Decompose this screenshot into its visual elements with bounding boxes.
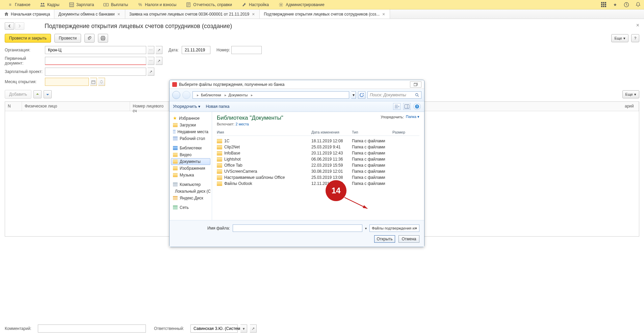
search-input[interactable]: Поиск: Документы <box>367 91 421 99</box>
nav-taxes[interactable]: % Налоги и взносы <box>133 0 181 9</box>
filename-dropdown[interactable]: ▾ <box>365 226 367 230</box>
col-type[interactable]: Тип <box>352 130 392 134</box>
proj-input[interactable] <box>47 68 144 75</box>
more-button[interactable]: Еще▾ <box>611 34 628 42</box>
history-icon[interactable] <box>623 1 630 8</box>
close-icon[interactable]: × <box>382 11 386 17</box>
comment-input[interactable] <box>40 325 144 332</box>
col-size[interactable]: Размер <box>392 130 419 134</box>
side-documents[interactable]: Документы <box>171 158 210 165</box>
col-person[interactable]: Физическое лицо <box>22 102 130 111</box>
side-libraries[interactable]: Библиотеки <box>171 145 210 151</box>
sort-mode-link[interactable]: Папка ▾ <box>406 115 419 119</box>
col-acct[interactable]: Номер лицевого сч <box>130 102 169 111</box>
close-icon[interactable]: × <box>251 11 255 17</box>
crumb[interactable]: Библиотеки <box>201 93 223 97</box>
open-button[interactable]: Открыть <box>374 235 395 243</box>
process-button[interactable]: Провести <box>54 34 81 43</box>
side-desktop[interactable]: Рабочий стол <box>171 135 210 142</box>
side-yandexdisk[interactable]: Яндекс.Диск <box>171 195 210 201</box>
doc-open-button[interactable]: ↗ <box>156 57 162 65</box>
file-row[interactable]: Настраиваемые шаблоны Office25.03.2019 1… <box>217 174 419 181</box>
nav-settings[interactable]: Настройка <box>237 0 274 9</box>
file-row[interactable]: 1C18.11.2019 12:08Папка с файлами <box>217 138 419 144</box>
crumb[interactable]: Документы <box>229 93 249 97</box>
num-input[interactable] <box>234 46 286 54</box>
side-recent[interactable]: Недавние места <box>171 128 210 135</box>
dlg-help-button[interactable]: ? <box>413 103 421 110</box>
apps-icon[interactable] <box>600 1 607 8</box>
org-input[interactable] <box>47 46 144 54</box>
num-field[interactable] <box>231 46 262 54</box>
dlg-back-button[interactable] <box>172 91 180 99</box>
view-mode-button[interactable] <box>393 103 401 110</box>
print-button[interactable] <box>98 34 108 43</box>
side-pictures[interactable]: Изображения <box>171 165 210 172</box>
side-music[interactable]: Музыка <box>171 172 210 178</box>
close-page-icon[interactable]: × <box>636 22 639 28</box>
process-close-button[interactable]: Провести и закрыть <box>5 34 51 43</box>
tab-home[interactable]: Начальная страница <box>0 9 54 19</box>
primary-doc-field[interactable] <box>45 57 146 65</box>
preview-pane-button[interactable] <box>403 103 411 110</box>
star-icon[interactable]: ★ <box>612 1 618 8</box>
help-button[interactable]: ? <box>631 34 639 42</box>
nav-admin[interactable]: Администрирование <box>274 0 329 9</box>
nav-reports[interactable]: Отчетность, справки <box>181 0 237 9</box>
file-row[interactable]: Файлы Outlook12.11.2019 14:38Папка с фай… <box>217 181 419 187</box>
org-open-button[interactable]: ↗ <box>156 46 162 54</box>
file-row[interactable]: Office Tab22.03.2019 15:59Папка с файлам… <box>217 162 419 168</box>
file-row[interactable]: Lightshot06.06.2019 11:36Папка с файлами <box>217 156 419 162</box>
side-localdisk[interactable]: Локальный диск (C <box>171 188 210 195</box>
move-down-button[interactable] <box>44 90 52 98</box>
proj-field[interactable] <box>45 68 146 76</box>
cancel-button[interactable]: Отмена <box>398 235 419 243</box>
close-icon[interactable]: × <box>117 11 121 17</box>
side-network[interactable]: Сеть <box>171 204 210 211</box>
col-date[interactable]: Дата изменения <box>311 130 352 134</box>
responsible-field[interactable] <box>190 325 238 333</box>
file-row[interactable]: InfoBase20.11.2019 12:43Папка с файлами <box>217 150 419 156</box>
filename-input[interactable] <box>233 224 362 232</box>
address-dropdown[interactable]: ▾ <box>351 91 356 99</box>
main-menu-toggle[interactable]: ≡ Главное <box>3 0 35 9</box>
forward-button[interactable] <box>15 22 24 30</box>
nav-salary[interactable]: Зарплата <box>64 0 99 9</box>
month-field[interactable] <box>45 78 89 86</box>
places-link[interactable]: 2 места <box>235 122 249 126</box>
grid-more-button[interactable]: Еще▾ <box>622 90 639 98</box>
col-name[interactable]: Имя <box>217 130 311 134</box>
resp-open-button[interactable]: ↗ <box>250 325 257 333</box>
file-row[interactable]: UVScreenCamera30.08.2019 12:01Папка с фа… <box>217 168 419 174</box>
tab-current[interactable]: Подтверждение открытия лицевых счетов со… <box>260 9 390 19</box>
address-bar[interactable]: ▸ Библиотеки ▸ Документы ▸ <box>192 91 349 99</box>
side-computer[interactable]: Компьютер <box>171 181 210 188</box>
org-dots-button[interactable]: ⋯ <box>148 46 154 54</box>
add-button[interactable]: Добавить <box>5 90 31 99</box>
dlg-forward-button[interactable] <box>182 91 190 99</box>
side-video[interactable]: Видео <box>171 151 210 158</box>
comment-field[interactable] <box>38 325 146 333</box>
primary-doc-input[interactable] <box>47 57 144 65</box>
organize-menu[interactable]: Упорядочить ▾ <box>173 104 200 109</box>
nav-hr[interactable]: Кадры <box>35 0 64 9</box>
side-favorites[interactable]: ★Избранное <box>171 115 210 122</box>
move-up-button[interactable] <box>33 90 42 98</box>
responsible-input[interactable] <box>193 325 245 332</box>
month-calendar-button[interactable] <box>90 78 97 86</box>
bell-icon[interactable] <box>635 1 641 8</box>
file-row[interactable]: Clip2Net25.03.2019 9:41Папка с файлами <box>217 144 419 150</box>
filetype-select[interactable]: Файлы подтверждения из бан ▾ <box>369 224 419 232</box>
month-stepper-button[interactable] <box>98 78 105 86</box>
doc-dots-button[interactable]: ⋯ <box>148 57 154 65</box>
proj-open-button[interactable]: ↗ <box>148 68 154 76</box>
back-button[interactable] <box>5 22 14 30</box>
tab-request[interactable]: Заявка на открытие лицевых счетов 00ЗК-0… <box>125 9 260 19</box>
refresh-button[interactable] <box>358 91 365 99</box>
employee-grid[interactable]: N Физическое лицо Номер лицевого сч арий… <box>5 101 639 237</box>
col-n[interactable]: N <box>5 102 22 111</box>
dialog-restore-button[interactable] <box>410 81 421 88</box>
date-field[interactable] <box>182 46 210 54</box>
resp-drop-button[interactable]: ▾ <box>240 325 247 333</box>
col-comment[interactable]: арий <box>622 102 639 111</box>
